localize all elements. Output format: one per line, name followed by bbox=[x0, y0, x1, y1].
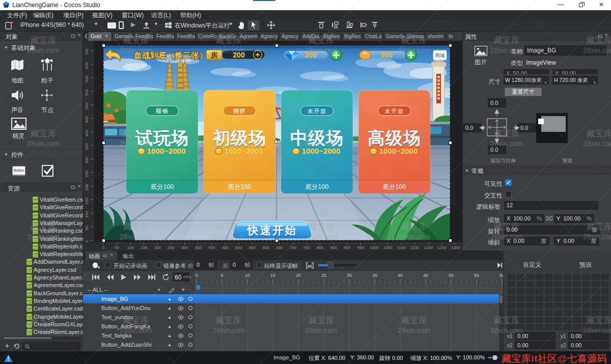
svg-text:50: 50 bbox=[115, 245, 119, 250]
svg-text:50: 50 bbox=[85, 226, 89, 230]
svg-text:高级场: 高级场 bbox=[368, 128, 421, 148]
svg-text:csd: csd bbox=[27, 307, 32, 310]
svg-text:200: 200 bbox=[380, 51, 393, 59]
svg-text:60: 60 bbox=[499, 273, 503, 278]
svg-text:1000~2000: 1000~2000 bbox=[225, 147, 263, 155]
svg-text:csd: csd bbox=[27, 323, 32, 325]
svg-text:1000~2000: 1000~2000 bbox=[147, 147, 186, 155]
svg-text:csd: csd bbox=[34, 214, 38, 216]
svg-text:650: 650 bbox=[276, 245, 283, 250]
svg-text:5: 5 bbox=[220, 273, 223, 278]
svg-text:250: 250 bbox=[168, 245, 175, 250]
svg-text:55: 55 bbox=[474, 273, 479, 278]
svg-text:40: 40 bbox=[398, 273, 403, 278]
svg-text:550: 550 bbox=[249, 245, 256, 250]
svg-text:csd: csd bbox=[34, 245, 38, 247]
svg-text:450: 450 bbox=[85, 116, 89, 123]
svg-text:600: 600 bbox=[263, 245, 270, 250]
svg-text:底分100: 底分100 bbox=[306, 183, 329, 190]
svg-text:1050: 1050 bbox=[383, 245, 393, 250]
svg-text:试玩场: 试玩场 bbox=[135, 128, 189, 148]
svg-text:600: 600 bbox=[85, 75, 89, 82]
svg-text:800: 800 bbox=[317, 245, 324, 250]
svg-text:csd: csd bbox=[27, 315, 32, 318]
svg-text:30: 30 bbox=[347, 273, 352, 278]
svg-text:200: 200 bbox=[154, 245, 161, 250]
svg-text:45: 45 bbox=[423, 273, 428, 278]
svg-text:300: 300 bbox=[181, 245, 188, 250]
svg-text:900: 900 bbox=[344, 245, 351, 250]
svg-text:15: 15 bbox=[270, 273, 275, 278]
svg-text:400: 400 bbox=[208, 245, 215, 250]
svg-text:500: 500 bbox=[235, 245, 242, 250]
svg-text:csd: csd bbox=[27, 292, 32, 294]
svg-text:950: 950 bbox=[357, 245, 365, 250]
svg-text:顺畅: 顺畅 bbox=[156, 108, 169, 114]
svg-text:0: 0 bbox=[195, 273, 198, 278]
svg-text:快速开始: 快速开始 bbox=[246, 225, 297, 237]
svg-text:底分100: 底分100 bbox=[383, 183, 406, 190]
svg-text:1100: 1100 bbox=[397, 245, 406, 250]
svg-text:200: 200 bbox=[85, 184, 89, 191]
svg-text:35: 35 bbox=[372, 273, 377, 278]
svg-text:1000~2000: 1000~2000 bbox=[379, 147, 418, 155]
svg-text:400: 400 bbox=[85, 129, 89, 136]
svg-text:550: 550 bbox=[85, 89, 89, 96]
svg-text:商城: 商城 bbox=[435, 52, 446, 58]
svg-text:底分100: 底分100 bbox=[151, 183, 174, 190]
svg-text:1000~2000: 1000~2000 bbox=[302, 147, 341, 155]
svg-text:100: 100 bbox=[127, 245, 134, 250]
svg-text:未开放: 未开放 bbox=[308, 108, 327, 114]
svg-text:1000: 1000 bbox=[370, 245, 379, 250]
svg-text:1150: 1150 bbox=[410, 245, 420, 250]
svg-text:初级场: 初级场 bbox=[212, 128, 266, 148]
svg-text:100: 100 bbox=[85, 211, 89, 218]
svg-text:50: 50 bbox=[449, 273, 454, 278]
svg-text:700: 700 bbox=[85, 48, 89, 55]
svg-text:未开放: 未开放 bbox=[385, 108, 404, 114]
svg-text:700: 700 bbox=[290, 245, 297, 250]
svg-text:csd: csd bbox=[34, 237, 38, 240]
svg-text:csd: csd bbox=[27, 276, 32, 278]
svg-text:csd: csd bbox=[34, 206, 38, 208]
svg-text:20: 20 bbox=[296, 273, 301, 278]
svg-text:650: 650 bbox=[85, 62, 89, 69]
svg-text:0: 0 bbox=[102, 245, 105, 250]
svg-text:25: 25 bbox=[321, 273, 326, 278]
svg-text:150: 150 bbox=[85, 197, 89, 204]
svg-text:350: 350 bbox=[85, 143, 89, 150]
svg-text:850: 850 bbox=[330, 245, 338, 250]
svg-text:血战到底（换三张）: 血战到底（换三张） bbox=[133, 51, 207, 60]
svg-text:750: 750 bbox=[303, 245, 310, 250]
svg-text:csd: csd bbox=[27, 299, 32, 302]
svg-text:1250: 1250 bbox=[437, 245, 447, 250]
svg-text:房: 房 bbox=[210, 51, 218, 59]
svg-text:1300: 1300 bbox=[451, 245, 460, 250]
svg-text:150: 150 bbox=[141, 245, 148, 250]
svg-text:450: 450 bbox=[222, 245, 229, 250]
svg-text:csd: csd bbox=[34, 229, 38, 232]
svg-text:1200: 1200 bbox=[424, 245, 433, 250]
svg-text:csd: csd bbox=[27, 284, 32, 286]
svg-text:250: 250 bbox=[85, 170, 89, 177]
svg-text:底分100: 底分100 bbox=[228, 183, 252, 190]
svg-text:csd: csd bbox=[27, 260, 32, 263]
svg-text:500: 500 bbox=[85, 102, 89, 109]
svg-text:csd: csd bbox=[27, 268, 32, 271]
svg-text:csd: csd bbox=[34, 253, 38, 255]
svg-text:csd: csd bbox=[34, 198, 38, 201]
svg-text:200: 200 bbox=[304, 51, 317, 59]
svg-text:200: 200 bbox=[233, 51, 245, 59]
svg-text:350: 350 bbox=[195, 245, 202, 250]
svg-text:中级场: 中级场 bbox=[290, 128, 344, 148]
svg-text:csd: csd bbox=[34, 221, 38, 224]
svg-text:csd: csd bbox=[27, 330, 32, 333]
svg-text:拥挤: 拥挤 bbox=[233, 108, 246, 114]
svg-text:10: 10 bbox=[245, 273, 250, 278]
svg-text:300: 300 bbox=[85, 157, 89, 164]
